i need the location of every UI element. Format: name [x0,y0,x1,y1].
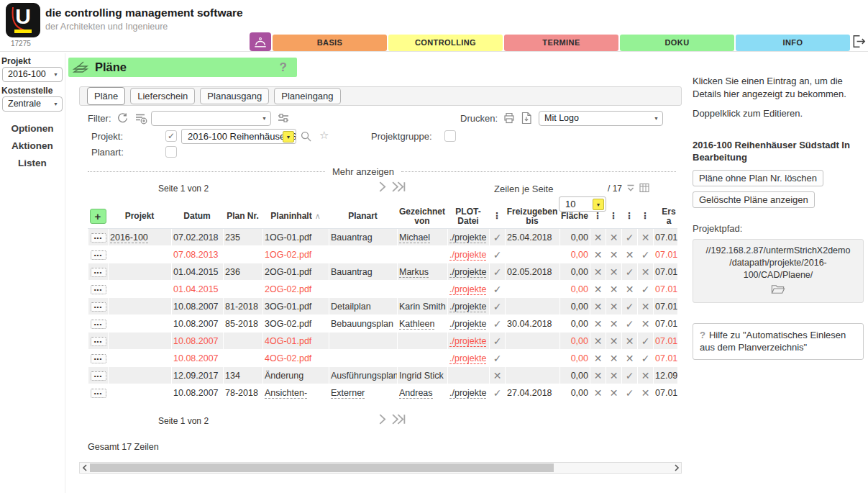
table-row[interactable]: •••01.04.20152362OG-01.pdfBauantragMarku… [88,263,677,281]
last-page-button[interactable] [391,413,406,425]
col-header-projekt[interactable]: Projekt [108,204,171,229]
row-actions-button[interactable]: ••• [91,337,106,346]
filter-add-button[interactable] [134,112,147,125]
filter-reset-button[interactable] [117,112,129,125]
tab-planeingang[interactable]: Planeingang [274,88,340,104]
col-header-planart[interactable]: Planart [329,204,397,229]
sidebar-link-aktionen[interactable]: Aktionen [0,140,65,151]
table-row[interactable]: •••10.08.200781-20183OG-01.pdfDetailplan… [88,298,677,315]
table-row[interactable]: •••10.08.20074OG-02.pdf./projekte✓0,00✕✕… [88,350,677,367]
logout-button[interactable] [851,33,867,50]
cell-plot: ./projekte [447,298,489,315]
cell-value-plot[interactable]: ./projekte [449,267,486,278]
col-header-plot[interactable]: PLOT-Datei [447,204,489,229]
sidebar-link-listen[interactable]: Listen [0,158,65,168]
show-deleted-plans-button[interactable]: Gelöschte Pläne anzeigen [693,191,815,208]
planart-checkbox[interactable] [165,146,177,158]
projekt-combo[interactable]: 2016-100 Reihenhäuser S ▼ [181,129,296,144]
kostenstelle-select[interactable]: Zentrale ▼ [2,96,63,112]
row-actions-button[interactable]: ••• [91,371,106,381]
row-actions-button[interactable]: ••• [91,302,106,312]
table-row[interactable]: •••12.09.2017134ÄnderungAusführungsplanI… [88,367,677,384]
next-page-button[interactable] [378,181,387,193]
scrollbar-track[interactable] [89,463,672,473]
scroll-left-button[interactable] [80,463,89,473]
print-button[interactable] [503,112,516,125]
h-scrollbar[interactable] [79,462,682,474]
nav-tab-termine[interactable]: TERMINE [504,35,618,51]
dropdown-button[interactable]: ▼ [283,131,294,143]
tab-planausgang[interactable]: Planausgang [200,88,269,104]
table-row[interactable]: •••10.08.200778-2018Ansichten-ExternerAn… [88,384,677,402]
open-folder-button[interactable] [771,284,785,295]
cell-value-plot[interactable]: ./projekte [449,388,486,399]
delete-plans-button[interactable]: Pläne ohne Plan Nr. löschen [693,170,823,186]
col-header-plannr[interactable]: Plan Nr. [223,204,262,229]
row-actions-button[interactable]: ••• [91,285,106,294]
service-menu-button[interactable] [250,32,271,51]
collapse-button[interactable] [626,184,635,192]
projekt-checkbox[interactable]: ✓ [165,130,177,142]
x-icon: ✕ [626,249,634,261]
scroll-right-button[interactable] [672,463,681,473]
col-header-f3[interactable]: ⋮ [621,204,637,229]
row-actions-button[interactable]: ••• [91,250,106,260]
cell-gezeichnet [397,333,447,350]
projekt-search-button[interactable] [300,130,312,143]
cell-gezeichnet: Markus [397,263,447,281]
cell-value-projekt[interactable]: 2016-100 [110,232,148,243]
calendar-view-button[interactable] [639,183,649,193]
nav-tab-info[interactable]: INFO [736,35,850,51]
help-link-box[interactable]: ?Hilfe zu "Automatisches Einlesen aus de… [693,323,864,360]
col-header-freigabe[interactable]: Freizugeben bis [505,204,559,229]
cell-value-plot[interactable]: ./projekte [449,319,486,330]
table-row[interactable]: •••07.08.20131OG-02.pdf./projekte✓0,00✕✕… [88,246,677,263]
nav-tab-doku[interactable]: DOKU [620,35,734,51]
favorite-star-icon[interactable]: ☆ [319,129,329,142]
col-header-f2[interactable]: ⋮ [606,204,621,229]
help-icon[interactable]: ? [280,60,287,75]
col-header-f4[interactable]: ⋮ [637,204,653,229]
cell-value-plot[interactable]: ./projekte [449,250,486,261]
row-actions-button[interactable]: ••• [91,268,106,277]
filter-select[interactable]: ▼ [151,111,271,126]
row-actions-button[interactable]: ••• [91,320,106,329]
col-header-planinhalt[interactable]: Planinhalt∧ [262,204,329,229]
col-header-erstellt[interactable]: Ers a [653,204,677,229]
nav-tab-controlling[interactable]: CONTROLLING [388,35,503,51]
row-actions-button[interactable]: ••• [91,389,106,398]
cell-value-plot[interactable]: ./projekte [449,336,486,347]
scrollbar-thumb[interactable] [90,463,554,472]
mehr-anzeigen-link[interactable]: Mehr anzeigen [332,166,394,177]
projekt-select[interactable]: 2016-100 ▼ [2,67,63,82]
filter-settings-button[interactable] [277,112,290,124]
cell-freigabe [505,333,559,350]
row-actions-button[interactable]: ••• [91,354,106,363]
tab-pläne[interactable]: Pläne [87,87,125,105]
cell-value-plot[interactable]: ./projekte [449,232,486,243]
table-row[interactable]: •••01.04.20152OG-02.pdf./projekte✓0,00✕✕… [88,281,677,298]
col-label-projekt: Projekt [125,211,155,221]
drucken-select[interactable]: Mit Logo ▼ [539,111,663,126]
col-header-datum[interactable]: Datum [171,204,223,229]
next-page-button[interactable] [378,413,387,425]
projektgruppe-checkbox[interactable] [444,130,456,142]
sidebar-link-optionen[interactable]: Optionen [0,123,65,134]
nav-tab-basis[interactable]: BASIS [273,35,387,51]
cell-value-plot[interactable]: ./projekte [449,353,486,364]
tab-lieferschein[interactable]: Lieferschein [130,88,195,104]
cell-planart [329,281,397,298]
col-header-gezeichnet[interactable]: Gezeichnet von [397,204,447,229]
table-row[interactable]: •••10.08.200785-20183OG-02.pdfBebauungsp… [88,315,677,333]
table-row[interactable]: •••10.08.20074OG-01.pdf./projekte✓0,00✕✕… [88,333,677,350]
cell-value-plot[interactable]: ./projekte [449,302,486,312]
last-page-button[interactable] [391,181,406,193]
col-header-flaeche[interactable]: Fläche [559,204,590,229]
table-row[interactable]: •••2016-10007.02.20182351OG-01.pdfBauant… [88,229,677,246]
cell-value-plot[interactable]: ./projekte [449,284,486,295]
row-actions-button[interactable]: ••• [91,233,106,243]
add-plan-button[interactable]: + [90,209,106,224]
col-header-f1[interactable]: ⋮ [590,204,606,229]
col-header-plotok[interactable]: ⋮ [489,204,505,229]
pdf-export-button[interactable] [521,112,532,125]
